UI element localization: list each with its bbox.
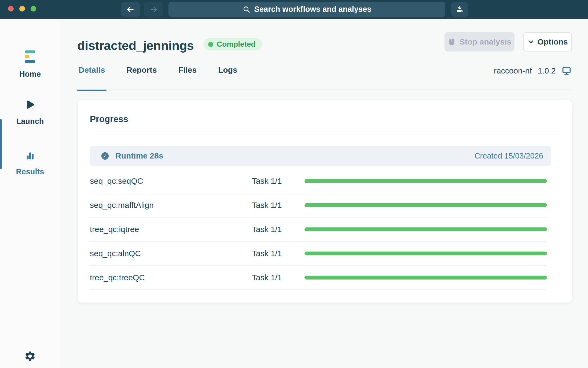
options-label: Options [537,37,568,46]
sidebar-item-label: Launch [0,117,60,126]
task-progress-bar [304,276,547,280]
download-icon [455,5,464,14]
card-divider [90,133,561,133]
sidebar-item-home[interactable]: Home [0,50,60,79]
task-progress-bar [304,203,547,207]
titlebar: Search workflows and analyses [0,0,588,19]
stop-analysis-label: Stop analysis [460,37,511,46]
options-button[interactable]: Options [523,32,572,51]
bar-chart-icon [0,151,60,161]
task-row: seq_qc:seqQC Task 1/1 [90,169,547,193]
task-name: seq_qc:alnQC [90,249,141,258]
sidebar-item-results[interactable]: Results [0,151,60,176]
gear-icon [0,350,60,362]
task-progress-bar [304,179,547,183]
task-name: seq_qc:seqQC [90,176,143,186]
task-progress-fill [304,227,547,231]
task-row: seq_qc:alnQC Task 1/1 [90,242,547,266]
clock-icon [101,152,109,160]
main-content: distracted_jennings Completed Stop analy… [60,19,588,368]
task-progress-fill [304,179,547,183]
maximize-button[interactable] [31,6,36,12]
task-count: Task 1/1 [252,201,282,210]
task-list: seq_qc:seqQC Task 1/1 seq_qc:mafftAlign … [90,169,547,290]
epi2me-logo-icon [0,50,60,63]
chevron-down-icon [527,38,535,46]
stop-analysis-button[interactable]: Stop analysis [444,32,514,51]
task-name: seq_qc:mafftAlign [90,201,154,210]
status-dot-icon [208,42,213,47]
search-placeholder: Search workflows and analyses [254,5,372,14]
task-row: tree_qc:treeQC Task 1/1 [90,266,547,290]
window-controls [8,6,36,12]
task-row: tree_qc:iqtree Task 1/1 [90,218,547,242]
arrow-left-icon [126,5,135,14]
task-progress-bar [304,227,547,231]
status-badge: Completed [204,38,262,50]
tab-details[interactable]: Details [79,65,105,90]
tab-bar: Details Reports Files Logs [79,65,237,90]
workflow-version: 1.0.2 [538,66,556,75]
task-progress-fill [304,203,547,207]
sidebar-item-label: Results [0,167,60,176]
task-name: tree_qc:iqtree [90,225,139,234]
progress-card-title: Progress [90,114,128,124]
forward-button[interactable] [144,2,163,17]
tab-files[interactable]: Files [178,65,197,90]
hand-stop-icon [448,38,456,46]
task-progress-fill [304,276,547,280]
sidebar-item-launch[interactable]: Launch [0,99,60,126]
task-count: Task 1/1 [252,225,282,234]
play-icon [0,99,60,111]
tab-reports[interactable]: Reports [126,65,157,90]
back-button[interactable] [121,2,140,17]
search-input[interactable]: Search workflows and analyses [168,2,445,17]
runtime-label: Runtime 28s [115,151,163,160]
task-name: tree_qc:treeQC [90,273,145,282]
sidebar-item-label: Home [0,70,60,79]
task-row: seq_qc:mafftAlign Task 1/1 [90,193,547,218]
tab-logs[interactable]: Logs [218,65,237,90]
workflow-info: raccoon-nf 1.0.2 [494,65,572,77]
task-count: Task 1/1 [252,249,282,258]
task-count: Task 1/1 [252,273,282,282]
arrow-right-icon [149,5,158,14]
created-label: Created 15/03/2026 [475,152,543,160]
task-progress-fill [304,252,547,256]
status-label: Completed [217,40,256,49]
task-count: Task 1/1 [252,176,282,186]
close-button[interactable] [8,6,14,12]
download-button[interactable] [451,2,468,17]
sidebar-item-settings[interactable]: Settings [0,350,60,368]
progress-card: Progress Runtime 28s Created 15/03/2026 … [77,100,572,303]
minimize-button[interactable] [19,6,25,12]
runtime-banner: Runtime 28s Created 15/03/2026 [90,146,551,166]
search-icon [242,5,251,13]
workflow-name: raccoon-nf [494,66,532,75]
tabs-divider [77,90,572,90]
monitor-icon[interactable] [561,66,572,76]
page-title: distracted_jennings [77,38,194,53]
sidebar: Home Launch Results Settings [0,19,60,368]
task-progress-bar [304,252,547,256]
